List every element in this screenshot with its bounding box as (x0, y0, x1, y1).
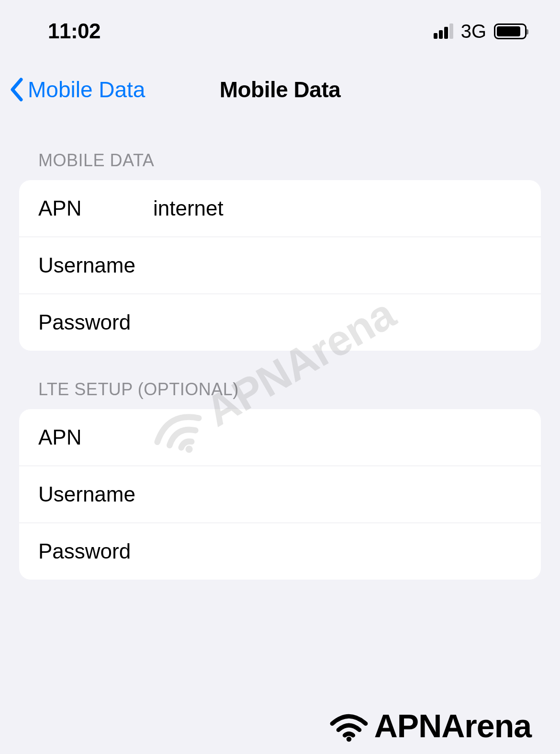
mobile-data-section: MOBILE DATA APN Username Password (0, 150, 560, 351)
lte-password-input[interactable] (153, 539, 522, 563)
apn-input[interactable] (153, 196, 522, 220)
username-row[interactable]: Username (19, 237, 541, 294)
page-title: Mobile Data (220, 77, 341, 103)
back-label: Mobile Data (28, 77, 145, 103)
watermark-text: APNArena (374, 707, 531, 744)
lte-username-input[interactable] (153, 482, 522, 506)
mobile-data-group: APN Username Password (19, 180, 541, 351)
apn-label: APN (38, 196, 153, 220)
lte-apn-label: APN (38, 425, 153, 449)
lte-apn-row[interactable]: APN (19, 409, 541, 466)
lte-apn-input[interactable] (153, 425, 522, 449)
svg-point-1 (346, 737, 351, 742)
watermark-bottom: APNArena (327, 707, 531, 744)
back-button[interactable]: Mobile Data (10, 77, 145, 103)
battery-icon (494, 23, 526, 39)
lte-setup-group: APN Username Password (19, 409, 541, 580)
network-type: 3G (461, 21, 486, 42)
status-bar: 11:02 3G (0, 0, 560, 57)
password-row[interactable]: Password (19, 294, 541, 351)
username-label: Username (38, 253, 153, 277)
navigation-bar: Mobile Data Mobile Data (0, 57, 560, 122)
username-input[interactable] (153, 253, 522, 277)
password-label: Password (38, 310, 153, 334)
status-time: 11:02 (48, 19, 101, 43)
status-indicators: 3G (434, 21, 526, 42)
lte-setup-section: LTE SETUP (OPTIONAL) APN Username Passwo… (0, 379, 560, 580)
cellular-signal-icon (434, 23, 453, 39)
chevron-left-icon (10, 78, 24, 102)
apn-row[interactable]: APN (19, 180, 541, 237)
lte-setup-header: LTE SETUP (OPTIONAL) (19, 379, 541, 409)
lte-password-label: Password (38, 539, 153, 563)
lte-password-row[interactable]: Password (19, 523, 541, 580)
password-input[interactable] (153, 310, 522, 334)
wifi-icon (327, 709, 370, 743)
lte-username-label: Username (38, 482, 153, 506)
lte-username-row[interactable]: Username (19, 466, 541, 523)
mobile-data-header: MOBILE DATA (19, 150, 541, 180)
